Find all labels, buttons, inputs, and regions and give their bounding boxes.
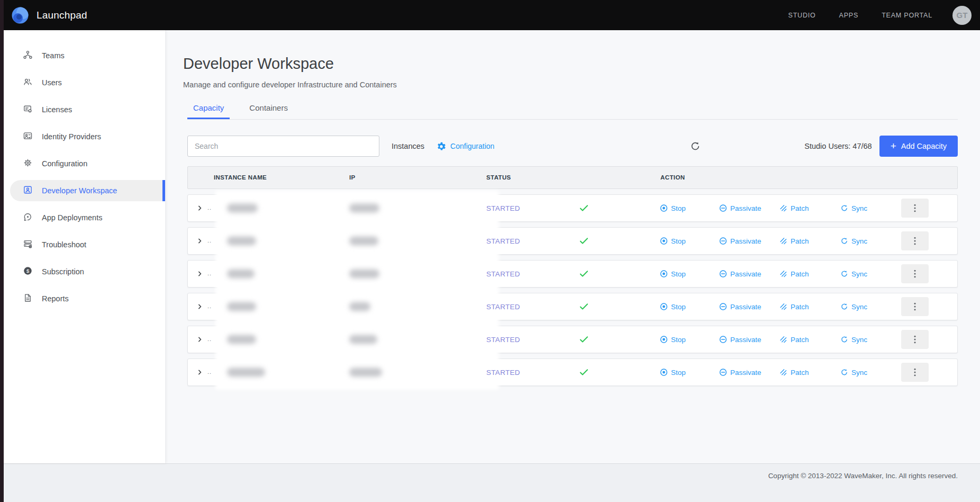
- stop-icon: [660, 336, 668, 344]
- expand-chevron-icon[interactable]: [196, 369, 203, 376]
- table-row[interactable]: .. STARTED Stop: [187, 326, 958, 353]
- table-row[interactable]: .. STARTED Stop: [187, 227, 958, 255]
- passivate-icon: [719, 369, 727, 376]
- row-prefix-dots: ..: [207, 303, 212, 309]
- table-row[interactable]: .. STARTED Stop: [187, 194, 958, 222]
- nav-apps[interactable]: APPS: [839, 12, 859, 19]
- sidebar-item-teams[interactable]: Teams: [0, 45, 165, 66]
- configuration-link-label: Configuration: [450, 142, 494, 150]
- expand-chevron-icon[interactable]: [196, 336, 203, 343]
- patch-action[interactable]: Patch: [779, 204, 809, 212]
- expand-chevron-icon[interactable]: [196, 205, 203, 212]
- footer: Copyright © 2013-2022 WaveMaker, Inc. Al…: [0, 463, 980, 502]
- patch-action[interactable]: Patch: [779, 303, 809, 311]
- stop-label: Stop: [671, 237, 686, 245]
- avatar[interactable]: GT: [952, 6, 972, 25]
- sidebar-item-developer-workspace[interactable]: Developer Workspace: [10, 180, 165, 201]
- stop-action[interactable]: Stop: [660, 204, 686, 212]
- stop-action[interactable]: Stop: [660, 336, 686, 344]
- sidebar-item-label: Licenses: [42, 105, 72, 114]
- patch-label: Patch: [791, 237, 809, 245]
- add-capacity-label: Add Capacity: [901, 142, 947, 150]
- patch-action[interactable]: Patch: [779, 237, 809, 245]
- sync-action[interactable]: Sync: [840, 270, 867, 278]
- instance-name-redacted: [227, 204, 258, 213]
- passivate-action[interactable]: Passivate: [719, 204, 761, 212]
- sidebar-item-troubleshoot[interactable]: Troubleshoot: [0, 234, 165, 255]
- sidebar-item-reports[interactable]: Reports: [0, 288, 165, 309]
- status-badge: STARTED: [486, 237, 520, 245]
- passivate-action[interactable]: Passivate: [719, 369, 761, 376]
- sync-label: Sync: [851, 369, 867, 376]
- configuration-link[interactable]: Configuration: [437, 142, 494, 151]
- sidebar-item-users[interactable]: Users: [0, 72, 165, 93]
- sync-icon: [840, 204, 848, 212]
- sidebar-item-identity-providers[interactable]: Identity Providers: [0, 126, 165, 147]
- ip-redacted: [349, 270, 379, 279]
- stop-action[interactable]: Stop: [660, 237, 686, 245]
- kebab-icon: [914, 204, 916, 212]
- table-row[interactable]: .. STARTED Stop: [187, 358, 958, 386]
- sync-action[interactable]: Sync: [840, 369, 867, 376]
- sync-action[interactable]: Sync: [840, 336, 867, 344]
- sidebar-item-configuration[interactable]: Configuration: [0, 153, 165, 174]
- table-row[interactable]: .. STARTED Stop: [187, 260, 958, 288]
- sync-action[interactable]: Sync: [840, 237, 867, 245]
- expand-chevron-icon[interactable]: [196, 238, 203, 245]
- patch-action[interactable]: Patch: [779, 336, 809, 344]
- row-menu-button[interactable]: [901, 199, 929, 218]
- row-prefix-dots: ..: [207, 237, 212, 244]
- refresh-icon[interactable]: [690, 141, 701, 151]
- expand-chevron-icon[interactable]: [196, 271, 203, 277]
- ip-redacted: [349, 204, 379, 213]
- column-header-status: STATUS: [486, 167, 511, 189]
- sync-action[interactable]: Sync: [840, 204, 867, 212]
- stop-action[interactable]: Stop: [660, 270, 686, 278]
- passivate-action[interactable]: Passivate: [719, 303, 761, 311]
- ip-redacted: [349, 302, 370, 311]
- row-prefix-dots: ..: [207, 369, 212, 375]
- add-capacity-button[interactable]: + Add Capacity: [879, 136, 958, 157]
- sync-label: Sync: [851, 204, 867, 212]
- sidebar-item-app-deployments[interactable]: App Deployments: [0, 207, 165, 228]
- expand-chevron-icon[interactable]: [196, 303, 203, 310]
- sidebar-item-label: Troubleshoot: [42, 240, 86, 249]
- patch-label: Patch: [791, 204, 809, 212]
- passivate-label: Passivate: [730, 237, 761, 245]
- row-prefix-dots: ..: [207, 204, 212, 211]
- tab-containers[interactable]: Containers: [243, 103, 294, 119]
- stop-action[interactable]: Stop: [660, 369, 686, 376]
- passivate-label: Passivate: [730, 270, 761, 278]
- column-header-action: ACTION: [660, 167, 685, 189]
- passivate-action[interactable]: Passivate: [719, 237, 761, 245]
- sidebar-item-label: Reports: [42, 294, 69, 303]
- patch-action[interactable]: Patch: [779, 270, 809, 278]
- row-menu-button[interactable]: [901, 231, 929, 250]
- patch-icon: [779, 204, 787, 212]
- sidebar-item-licenses[interactable]: Licenses: [0, 99, 165, 120]
- sidebar-item-subscription[interactable]: $ Subscription: [0, 261, 165, 282]
- kebab-icon: [914, 368, 916, 376]
- sync-action[interactable]: Sync: [840, 303, 867, 311]
- stop-action[interactable]: Stop: [660, 303, 686, 311]
- row-menu-button[interactable]: [901, 264, 929, 283]
- tab-bar: Capacity Containers: [187, 103, 958, 120]
- instance-name-redacted: [227, 368, 265, 377]
- row-menu-button[interactable]: [901, 330, 929, 349]
- app-title: Launchpad: [37, 10, 87, 21]
- passivate-label: Passivate: [730, 369, 761, 376]
- instance-name-redacted: [227, 302, 256, 311]
- passivate-action[interactable]: Passivate: [719, 336, 761, 344]
- sync-icon: [840, 303, 848, 311]
- nav-team-portal[interactable]: TEAM PORTAL: [882, 12, 932, 19]
- row-menu-button[interactable]: [901, 297, 929, 316]
- row-menu-button[interactable]: [901, 363, 929, 382]
- table-row[interactable]: .. STARTED Stop: [187, 293, 958, 320]
- status-check-icon: [579, 270, 588, 277]
- patch-action[interactable]: Patch: [779, 369, 809, 376]
- nav-studio[interactable]: STUDIO: [788, 12, 816, 19]
- passivate-action[interactable]: Passivate: [719, 270, 761, 278]
- tab-capacity[interactable]: Capacity: [187, 103, 230, 119]
- app-deployments-icon: [23, 212, 33, 223]
- search-input[interactable]: [187, 136, 379, 157]
